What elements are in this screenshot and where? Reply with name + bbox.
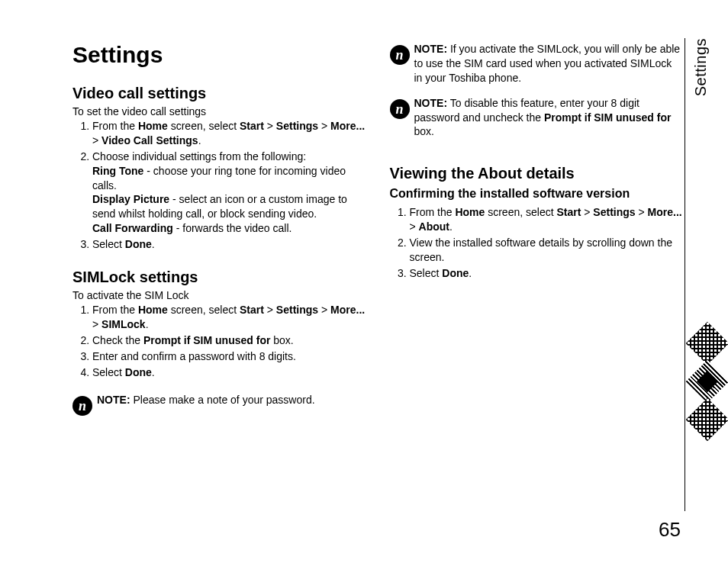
- note-simlock-disable: n NOTE: To disable this feature, enter y…: [390, 96, 683, 140]
- note-text: NOTE: If you activate the SIMLock, you w…: [414, 42, 683, 85]
- list-item: From the Home screen, select Start > Set…: [92, 303, 366, 332]
- list-item: From the Home screen, select Start > Set…: [410, 205, 683, 234]
- steps-video-call: From the Home screen, select Start > Set…: [72, 119, 366, 252]
- heading-simlock: SIMLock settings: [72, 269, 366, 286]
- right-column: n NOTE: If you activate the SIMLock, you…: [390, 42, 683, 442]
- side-divider: [685, 38, 685, 511]
- note-simlock-activate: n NOTE: If you activate the SIMLock, you…: [390, 42, 683, 85]
- list-item: Select Done.: [410, 266, 683, 281]
- note-icon: n: [390, 45, 410, 65]
- intro-video-call: To set the video call settings: [72, 105, 366, 117]
- list-item: Choose individual settings from the foll…: [92, 150, 366, 236]
- heading-video-call: Video call settings: [72, 85, 366, 102]
- page-content: Settings Video call settings To set the …: [0, 0, 728, 465]
- note-icon: n: [390, 99, 410, 119]
- note-password: n NOTE: Please make a note of your passw…: [72, 393, 366, 416]
- subheading-about: Confirming the installed software versio…: [390, 187, 683, 201]
- side-tab-label: Settings: [692, 38, 710, 96]
- heading-about: Viewing the About details: [390, 165, 683, 182]
- note-text: NOTE: Please make a note of your passwor…: [97, 393, 366, 407]
- steps-simlock: From the Home screen, select Start > Set…: [72, 303, 366, 379]
- list-item: View the installed software details by s…: [410, 236, 683, 265]
- diamond-icon: [686, 322, 728, 365]
- note-icon: n: [72, 396, 92, 416]
- list-item: Check the Prompt if SIM unused for box.: [92, 333, 366, 348]
- page-number: 65: [659, 518, 681, 542]
- diamond-icon: [686, 398, 728, 442]
- diamond-icon: [686, 360, 728, 404]
- decorative-thumb-index: [687, 320, 728, 442]
- list-item: Select Done.: [92, 365, 366, 380]
- left-column: Settings Video call settings To set the …: [72, 42, 366, 442]
- page-title: Settings: [72, 42, 366, 68]
- intro-simlock: To activate the SIM Lock: [72, 289, 366, 301]
- list-item: From the Home screen, select Start > Set…: [92, 119, 366, 148]
- steps-about: From the Home screen, select Start > Set…: [390, 205, 683, 280]
- note-text: NOTE: To disable this feature, enter you…: [414, 96, 683, 140]
- list-item: Enter and confirm a password with 8 digi…: [92, 349, 366, 364]
- list-item: Select Done.: [92, 237, 366, 252]
